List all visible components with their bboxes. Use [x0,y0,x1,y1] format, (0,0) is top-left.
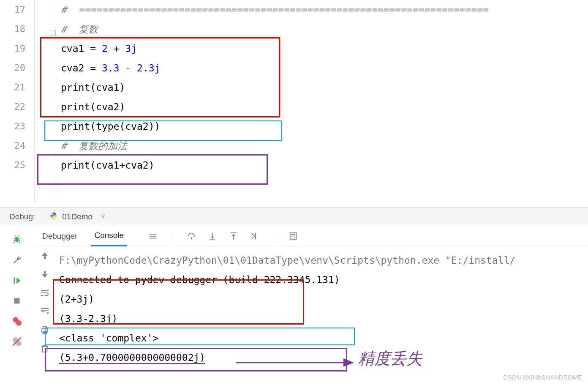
debug-run-tab[interactable]: 01Demo × [49,212,105,222]
highlight-box-purple [37,154,268,185]
mute-breakpoints-icon[interactable] [11,336,22,347]
highlight-box-red [53,279,304,325]
line-number: 22 [0,97,34,117]
tab-debugger[interactable]: Debugger [39,226,81,246]
line-number: 21 [0,78,34,97]
gutter-divider [34,0,35,203]
scroll-to-end-icon[interactable] [40,306,50,317]
resume-icon[interactable] [11,275,22,286]
step-over-icon[interactable] [187,232,196,241]
annotation-text: 精度丢失 [358,348,422,369]
debug-tab-bar: Debugger Console [34,226,588,246]
run-to-cursor-icon[interactable] [250,232,259,241]
code-comment: # 复数的加法 [61,140,127,151]
up-arrow-icon[interactable] [40,251,50,261]
code-comment: # 复数 [61,24,98,35]
svg-marker-26 [46,312,49,314]
line-number: 25 [0,156,34,175]
watermark-text: CSDN @JH&&HANDSOME [503,374,582,381]
line-number: 20 [0,58,34,78]
calculator-icon[interactable] [289,232,298,241]
svg-point-25 [294,238,295,238]
python-file-icon [49,212,58,222]
list-icon[interactable] [148,232,158,241]
line-number: 23 [0,117,34,136]
code-comment: # ======================================… [61,4,488,15]
highlight-box-red [40,37,280,117]
wrench-icon[interactable] [11,255,22,266]
debug-tab-filename: 01Demo [62,212,93,221]
step-out-icon[interactable] [229,232,238,241]
debug-header: Debug: 01Demo × [0,208,588,226]
svg-point-0 [52,213,53,214]
code-editor[interactable]: 17 18 19 20 21 22 23 24 25 − # =========… [0,0,588,203]
debug-toolbar-icons [148,231,298,242]
svg-marker-31 [343,358,354,367]
debug-panel: Debug: 01Demo × Debugger Console [0,207,588,385]
svg-point-20 [291,236,292,237]
svg-marker-13 [211,236,214,239]
line-number: 18 [0,19,34,39]
svg-point-1 [54,218,55,219]
svg-marker-16 [232,233,235,236]
view-breakpoints-icon[interactable] [11,316,22,327]
line-number: 24 [0,136,34,156]
bug-icon[interactable] [11,235,22,246]
tab-console[interactable]: Console [91,226,127,246]
down-arrow-icon[interactable] [40,269,50,279]
svg-point-6 [16,320,22,326]
svg-rect-4 [14,298,20,304]
debug-label: Debug: [9,212,35,221]
svg-marker-3 [16,277,21,284]
line-number: 17 [0,0,34,19]
close-icon[interactable]: × [101,213,105,221]
stop-icon[interactable] [11,295,22,306]
console-line: F:\myPythonCode\CrazyPython\01\01DataTyp… [59,251,588,270]
debug-side-toolbar [0,226,34,385]
separator [172,231,172,242]
line-number: 19 [0,39,34,58]
step-into-icon[interactable] [208,232,217,241]
highlight-box-blue [45,328,355,345]
svg-point-21 [293,236,294,237]
svg-point-22 [294,236,295,237]
separator [274,231,274,242]
svg-rect-19 [291,234,295,235]
soft-wrap-icon[interactable] [40,288,50,298]
svg-point-23 [291,238,292,238]
highlight-box-blue [44,120,282,141]
svg-rect-2 [14,277,15,284]
console-output[interactable]: F:\myPythonCode\CrazyPython\01\01DataTyp… [34,246,588,385]
svg-point-24 [293,238,294,238]
line-number-gutter: 17 18 19 20 21 22 23 24 25 [0,0,34,203]
annotation-arrow-icon [236,352,358,373]
